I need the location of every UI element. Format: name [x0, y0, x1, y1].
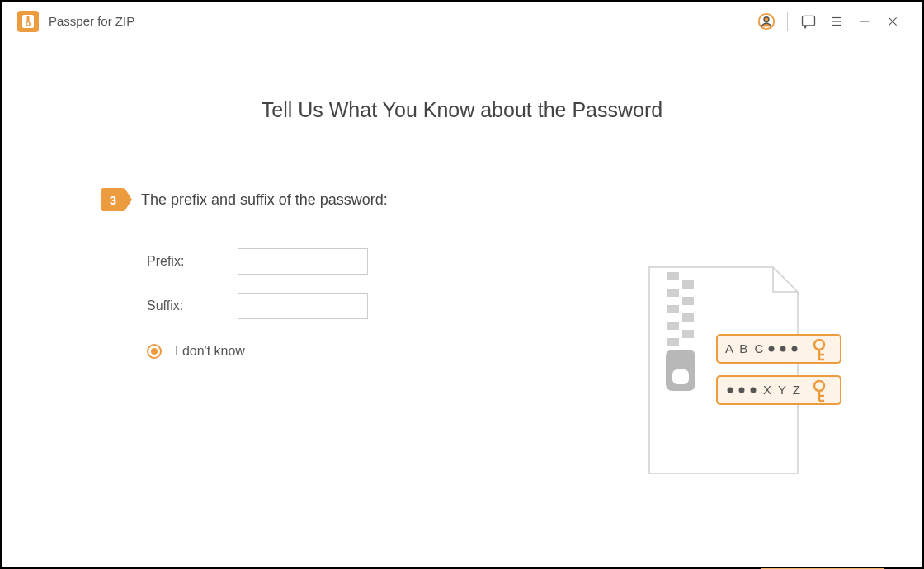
svg-rect-21	[667, 338, 679, 346]
step-description: The prefix and suffix of the password:	[141, 191, 388, 209]
close-button[interactable]	[879, 7, 907, 35]
svg-point-34	[739, 388, 745, 393]
svg-point-35	[751, 388, 757, 393]
radio-icon	[147, 344, 162, 359]
prefix-label: Prefix:	[147, 254, 238, 269]
app-title: Passper for ZIP	[49, 14, 134, 28]
svg-rect-15	[667, 289, 679, 297]
menu-icon[interactable]	[823, 7, 851, 35]
svg-point-26	[780, 346, 786, 352]
svg-rect-23	[672, 369, 689, 384]
app-logo-icon	[17, 11, 39, 32]
suffix-input[interactable]	[238, 293, 368, 319]
suffix-label: Suffix:	[147, 299, 238, 313]
account-icon[interactable]	[752, 7, 780, 35]
page-heading: Tell Us What You Know about the Password	[2, 98, 922, 122]
svg-point-27	[792, 346, 798, 352]
main-content: Tell Us What You Know about the Password…	[2, 98, 922, 569]
svg-rect-17	[667, 305, 679, 313]
minimize-button[interactable]	[851, 7, 879, 35]
svg-rect-20	[682, 330, 694, 338]
step-number-badge: 3	[101, 188, 125, 211]
svg-rect-1	[27, 16, 30, 21]
svg-point-4	[764, 16, 769, 21]
titlebar: Passper for ZIP	[2, 2, 922, 40]
svg-rect-16	[682, 297, 694, 305]
hint2-suffix-text: X Y Z	[763, 383, 802, 397]
prefix-input[interactable]	[238, 248, 368, 275]
svg-rect-14	[682, 280, 694, 289]
feedback-icon[interactable]	[794, 7, 823, 35]
titlebar-divider	[787, 12, 788, 31]
svg-rect-5	[803, 16, 815, 26]
dontknow-label: I don't know	[175, 344, 245, 359]
step-row: 3 The prefix and suffix of the password:	[101, 188, 922, 211]
svg-point-25	[769, 346, 775, 352]
svg-rect-18	[682, 313, 694, 322]
svg-point-33	[728, 388, 733, 393]
hint1-prefix-text: A B C	[725, 341, 765, 355]
svg-rect-13	[667, 272, 679, 280]
zip-illustration: A B C X Y Z	[633, 259, 847, 490]
svg-rect-19	[667, 322, 679, 330]
app-window: Passper for ZIP Tell Us What You Know ab…	[2, 2, 922, 567]
